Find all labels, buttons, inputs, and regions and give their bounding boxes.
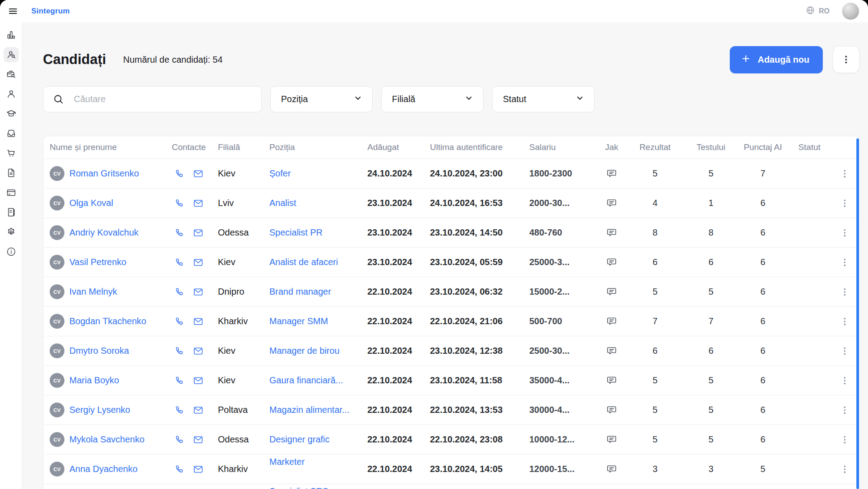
- candidate-name-link[interactable]: Andriy Kovalchuk: [69, 227, 139, 238]
- search-input[interactable]: [43, 86, 262, 112]
- row-kebab-menu-icon[interactable]: [840, 405, 850, 415]
- phone-icon[interactable]: [174, 227, 185, 238]
- cv-badge[interactable]: CV: [50, 314, 64, 329]
- user-avatar[interactable]: [842, 3, 859, 20]
- vertical-scrollbar[interactable]: [856, 138, 859, 489]
- cv-badge[interactable]: CV: [50, 225, 64, 240]
- phone-icon[interactable]: [174, 375, 185, 386]
- candidate-name-link[interactable]: Roman Gritsenko: [69, 168, 139, 179]
- status-filter-dropdown[interactable]: Statut: [492, 86, 595, 112]
- candidate-name-link[interactable]: Anna Dyachenko: [69, 464, 137, 474]
- phone-icon[interactable]: [174, 257, 185, 268]
- position-link[interactable]: Manager SMM: [269, 316, 328, 326]
- position-link[interactable]: Magazin alimentar...: [269, 405, 349, 415]
- gear-icon[interactable]: [4, 224, 19, 240]
- email-icon[interactable]: [193, 405, 204, 416]
- cv-badge[interactable]: CV: [50, 196, 64, 210]
- position-link[interactable]: Specialist PR: [269, 227, 323, 238]
- row-kebab-menu-icon[interactable]: [840, 435, 850, 445]
- cv-badge[interactable]: CV: [50, 343, 64, 358]
- inbox-icon[interactable]: [4, 126, 19, 141]
- comment-icon[interactable]: [606, 404, 617, 416]
- comment-icon[interactable]: [606, 257, 617, 268]
- position-link[interactable]: Analist de afaceri: [269, 257, 338, 267]
- phone-icon[interactable]: [174, 434, 185, 445]
- position-filter-dropdown[interactable]: Poziția: [270, 86, 373, 112]
- cv-badge[interactable]: CV: [50, 255, 64, 270]
- row-kebab-menu-icon[interactable]: [840, 169, 850, 179]
- comment-icon[interactable]: [606, 286, 617, 298]
- email-icon[interactable]: [193, 434, 204, 445]
- row-kebab-menu-icon[interactable]: [840, 346, 850, 356]
- comment-icon[interactable]: [606, 316, 617, 327]
- position-link[interactable]: Brand manager: [269, 287, 331, 297]
- phone-icon[interactable]: [174, 198, 185, 209]
- position-link[interactable]: Manager de birou: [269, 346, 340, 356]
- graduation-cap-icon[interactable]: [4, 106, 19, 121]
- info-icon[interactable]: [4, 244, 19, 259]
- candidate-name-link[interactable]: Mykola Savchenko: [69, 434, 145, 445]
- cv-badge[interactable]: CV: [50, 373, 64, 388]
- comment-icon[interactable]: [606, 168, 617, 180]
- phone-icon[interactable]: [174, 464, 185, 475]
- brand-logo[interactable]: Sintegrum: [31, 7, 70, 16]
- row-kebab-menu-icon[interactable]: [840, 317, 850, 326]
- row-kebab-menu-icon[interactable]: [840, 464, 850, 474]
- row-kebab-menu-icon[interactable]: [840, 228, 850, 238]
- position-link[interactable]: Șofer: [269, 168, 291, 179]
- email-icon[interactable]: [193, 198, 204, 209]
- phone-icon[interactable]: [174, 316, 185, 327]
- book-icon[interactable]: [4, 205, 19, 220]
- row-kebab-menu-icon[interactable]: [840, 287, 850, 297]
- phone-icon[interactable]: [174, 287, 185, 297]
- candidate-name-link[interactable]: Sergiy Lysenko: [69, 405, 130, 415]
- comment-icon[interactable]: [606, 434, 617, 446]
- row-kebab-menu-icon[interactable]: [840, 376, 850, 386]
- candidate-name-link[interactable]: Olga Koval: [69, 198, 113, 208]
- cv-badge[interactable]: CV: [50, 432, 64, 447]
- position-link[interactable]: Analist: [269, 198, 296, 208]
- email-icon[interactable]: [193, 287, 204, 297]
- position-link[interactable]: Gaura financiară...: [269, 375, 343, 386]
- position-link[interactable]: Designer grafic: [269, 434, 330, 445]
- cv-badge[interactable]: CV: [50, 403, 64, 417]
- header-kebab-menu-button[interactable]: [833, 46, 859, 73]
- phone-icon[interactable]: [174, 405, 185, 416]
- comment-icon[interactable]: [606, 227, 617, 239]
- candidate-name-link[interactable]: Maria Boyko: [69, 375, 119, 386]
- bar-chart-icon[interactable]: [4, 27, 19, 43]
- email-icon[interactable]: [193, 375, 204, 386]
- phone-icon[interactable]: [174, 346, 185, 356]
- add-new-button[interactable]: Adaugă nou: [730, 46, 823, 73]
- comment-icon[interactable]: [606, 463, 617, 475]
- comment-icon[interactable]: [606, 197, 617, 209]
- cv-badge[interactable]: CV: [50, 166, 64, 181]
- phone-icon[interactable]: [174, 168, 185, 179]
- cv-badge[interactable]: CV: [50, 284, 64, 299]
- candidate-name-link[interactable]: Vasil Petrenko: [69, 257, 126, 267]
- position-link[interactable]: Specialist SEO: [269, 486, 329, 489]
- hamburger-menu-icon[interactable]: [6, 4, 20, 18]
- email-icon[interactable]: [193, 227, 204, 238]
- person-icon[interactable]: [4, 86, 19, 102]
- cart-icon[interactable]: [4, 146, 19, 161]
- position-link[interactable]: Marketer: [269, 457, 305, 467]
- email-icon[interactable]: [193, 257, 204, 268]
- row-kebab-menu-icon[interactable]: [840, 257, 850, 267]
- email-icon[interactable]: [193, 464, 204, 475]
- card-icon[interactable]: [4, 185, 19, 200]
- email-icon[interactable]: [193, 168, 204, 179]
- cv-badge[interactable]: CV: [50, 462, 64, 476]
- briefcase-search-icon[interactable]: [4, 67, 19, 82]
- comment-icon[interactable]: [606, 375, 617, 386]
- branch-filter-dropdown[interactable]: Filială: [381, 86, 484, 112]
- candidate-name-link[interactable]: Dmytro Soroka: [69, 346, 129, 356]
- row-kebab-menu-icon[interactable]: [840, 198, 850, 208]
- candidate-name-link[interactable]: Bogdan Tkachenko: [69, 316, 146, 326]
- language-switcher[interactable]: RO: [805, 5, 830, 17]
- comment-icon[interactable]: [606, 345, 617, 357]
- candidate-search-icon[interactable]: [4, 47, 19, 62]
- email-icon[interactable]: [193, 346, 204, 356]
- candidate-name-link[interactable]: Ivan Melnyk: [69, 287, 117, 297]
- document-icon[interactable]: [4, 165, 19, 180]
